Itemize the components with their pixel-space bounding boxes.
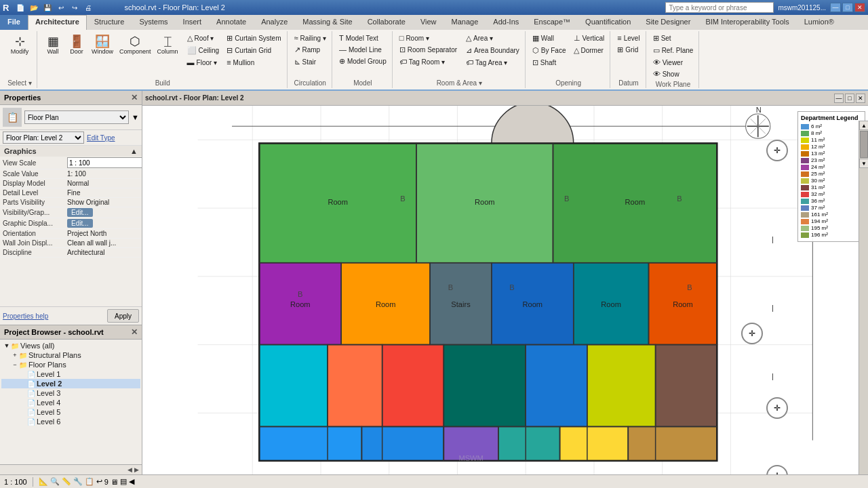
status-arrow-left[interactable]: ◀ — [129, 477, 134, 486]
nav-compass-3[interactable]: ✛ — [766, 397, 788, 419]
tab-bim[interactable]: BIM Interoperability Tools — [698, 15, 796, 30]
properties-close[interactable]: ✕ — [131, 93, 138, 102]
save-btn[interactable]: 💾 — [41, 1, 54, 14]
edit-type-link[interactable]: Edit Type — [87, 134, 115, 142]
railing-btn[interactable]: ≈Railing ▾ — [292, 33, 329, 43]
tab-view[interactable]: View — [413, 15, 444, 30]
scroll-thumb[interactable] — [860, 131, 868, 158]
ref-plane-btn[interactable]: ▭Ref. Plane — [650, 45, 696, 56]
undo-btn[interactable]: ↩ — [55, 1, 67, 14]
nav-compass-1[interactable]: ✛ — [766, 140, 788, 161]
tree-level-2[interactable]: 📄 Level 2 — [1, 379, 140, 388]
window-btn[interactable]: 🪟 Window — [89, 33, 116, 58]
project-browser-close[interactable]: ✕ — [131, 327, 138, 337]
tab-quantification[interactable]: Quantification — [578, 15, 638, 30]
vertical-btn[interactable]: ⊥Vertical — [571, 33, 608, 44]
maximize-btn[interactable]: □ — [842, 3, 853, 12]
opening-wall-btn[interactable]: ▦Wall — [530, 33, 569, 44]
view-scale-input[interactable] — [67, 157, 142, 168]
tag-room-btn[interactable]: 🏷Tag Room ▾ — [397, 56, 460, 67]
shaft-btn[interactable]: ⊡Shaft — [530, 57, 569, 68]
mullion-btn[interactable]: ≡Mullion — [224, 57, 283, 68]
room-separator-btn[interactable]: ⊡Room Separator — [397, 44, 460, 56]
status-icon-8[interactable]: 🖥 — [111, 478, 118, 486]
grid-btn[interactable]: ⊞Grid — [614, 44, 642, 56]
properties-scroll[interactable]: Graphics ▲ View Scale Scale Value 1: 100… — [0, 146, 142, 306]
open-btn[interactable]: 📂 — [28, 1, 40, 14]
by-face-btn[interactable]: ⬡By Face — [530, 45, 569, 56]
tab-structure[interactable]: Structure — [87, 15, 132, 30]
tab-enscape[interactable]: Enscape™ — [526, 15, 578, 30]
canvas-scrollbar[interactable]: ▲ ▼ — [859, 121, 868, 474]
apply-btn[interactable]: Apply — [107, 309, 139, 323]
tree-level-1[interactable]: 📄 Level 1 — [1, 369, 140, 379]
status-icon-9[interactable]: ▤ — [120, 477, 127, 486]
tab-collaborate[interactable]: Collaborate — [360, 15, 413, 30]
print-btn[interactable]: 🖨 — [82, 1, 94, 14]
redo-btn[interactable]: ↪ — [68, 1, 81, 14]
tab-addins[interactable]: Add-Ins — [486, 15, 526, 30]
curtain-grid-btn[interactable]: ⊟Curtain Grid — [224, 45, 283, 56]
scroll-up-arrow[interactable]: ▲ — [859, 121, 868, 130]
level-selector[interactable]: Floor Plan: Level 2 — [3, 131, 84, 144]
ramp-btn[interactable]: ↗Ramp — [292, 44, 329, 56]
visibility-edit-btn[interactable]: Edit... — [67, 208, 93, 217]
modify-btn[interactable]: ⊹ Modify — [5, 33, 34, 58]
tab-lumion[interactable]: Lumion® — [797, 15, 842, 30]
model-group-btn[interactable]: ⊕Model Group — [336, 56, 389, 67]
stair-btn[interactable]: ⊾Stair — [292, 56, 329, 68]
minimize-btn[interactable]: — — [830, 3, 841, 12]
ceiling-btn[interactable]: ⬜Ceiling — [184, 45, 222, 56]
canvas-area[interactable]: school.rvt - Floor Plan: Level 2 — □ ✕ — [142, 91, 868, 474]
curtain-system-btn[interactable]: ⊞Curtain System — [224, 33, 283, 44]
status-icon-6[interactable]: ↩ — [96, 477, 102, 486]
properties-help-link[interactable]: Properties help — [3, 312, 48, 320]
tree-level-6[interactable]: 📄 Level 6 — [1, 417, 140, 426]
view-minimize-btn[interactable]: — — [834, 94, 844, 103]
tab-manage[interactable]: Manage — [444, 15, 486, 30]
scroll-down-arrow[interactable]: ▼ — [859, 159, 868, 168]
new-btn[interactable]: 📄 — [14, 1, 26, 14]
view-close-btn[interactable]: ✕ — [856, 94, 865, 103]
area-boundary-btn[interactable]: ⊿Area Boundary — [463, 45, 522, 56]
status-icon-2[interactable]: 🔍 — [50, 477, 60, 486]
status-icon-4[interactable]: 🔧 — [73, 477, 83, 486]
model-line-btn[interactable]: —Model Line — [336, 44, 389, 55]
dormer-btn[interactable]: △Dormer — [571, 45, 608, 56]
floor-btn[interactable]: ▬Floor ▾ — [184, 57, 222, 68]
tree-level-5[interactable]: 📄 Level 5 — [1, 407, 140, 417]
tree-views-all[interactable]: ▼ 📁 Views (all) — [1, 341, 140, 350]
tag-area-btn[interactable]: 🏷Tag Area ▾ — [463, 57, 522, 68]
viewer-btn[interactable]: 👁Viewer — [650, 57, 696, 68]
view-restore-btn[interactable]: □ — [845, 94, 854, 103]
graphic-display-edit-btn[interactable]: Edit... — [67, 219, 93, 228]
wall-btn[interactable]: ▦ Wall — [41, 33, 64, 58]
tab-sitedesigner[interactable]: Site Designer — [638, 15, 698, 30]
tree-structural-plans[interactable]: + 📁 Structural Plans — [1, 350, 140, 360]
tab-analyze[interactable]: Analyze — [254, 15, 295, 30]
component-btn[interactable]: ⬡ Component — [117, 33, 154, 58]
status-icon-3[interactable]: 📏 — [62, 477, 71, 486]
tab-systems[interactable]: Systems — [132, 15, 175, 30]
tab-insert[interactable]: Insert — [176, 15, 210, 30]
floor-plan-container[interactable]: N Room Room Room Room Room Stairs Room R… — [142, 106, 868, 474]
status-icon-7[interactable]: 9 — [104, 478, 108, 486]
set-btn[interactable]: ⊞Set — [650, 33, 696, 44]
tree-floor-plans[interactable]: − 📁 Floor Plans — [1, 360, 140, 369]
area-btn[interactable]: △Area ▾ — [463, 33, 522, 44]
tab-massing[interactable]: Massing & Site — [295, 15, 359, 30]
search-input[interactable] — [665, 2, 774, 13]
level-btn[interactable]: ≡Level — [614, 33, 642, 43]
close-btn[interactable]: ✕ — [854, 3, 865, 12]
tree-level-3[interactable]: 📄 Level 3 — [1, 388, 140, 398]
tree-level-4[interactable]: 📄 Level 4 — [1, 398, 140, 407]
tab-architecture[interactable]: Architecture — [28, 15, 87, 30]
graphics-section[interactable]: Graphics ▲ — [0, 146, 142, 157]
tab-file[interactable]: File — [0, 15, 28, 30]
tree-content[interactable]: ▼ 📁 Views (all) + 📁 Structural Plans − 📁… — [0, 340, 142, 464]
status-icon-1[interactable]: 📐 — [39, 477, 48, 486]
tab-annotate[interactable]: Annotate — [209, 15, 254, 30]
status-icon-5[interactable]: 📋 — [85, 477, 94, 486]
type-selector[interactable]: Floor Plan — [24, 110, 129, 124]
nav-compass-2[interactable]: ✛ — [741, 323, 763, 344]
